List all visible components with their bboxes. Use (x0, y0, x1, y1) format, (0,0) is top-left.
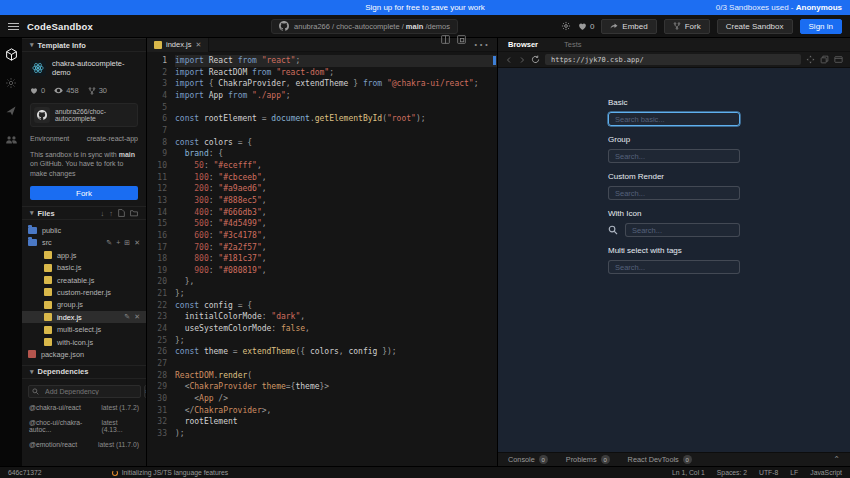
forward-icon[interactable] (518, 56, 526, 64)
code-line-27[interactable]: 27 (147, 358, 497, 370)
close-icon[interactable]: ✕ (134, 239, 140, 247)
create-sandbox-button[interactable]: Create Sandbox (717, 19, 793, 34)
search-input-custom-render[interactable] (608, 186, 740, 200)
status-javascript[interactable]: JavaScript (810, 469, 842, 476)
template-info-header[interactable]: ▾ Template Info (22, 38, 146, 52)
code-line-2[interactable]: 2import ReactDOM from "react-dom"; (147, 67, 497, 79)
code-line-10[interactable]: 10 50: "#ecefff", (147, 160, 497, 172)
file-row-creatable-js[interactable]: creatable.js (22, 274, 146, 286)
close-icon[interactable]: ✕ (195, 41, 201, 49)
code-line-8[interactable]: 8const colors = { (147, 137, 497, 149)
file-row-index-js[interactable]: index.js✎✕ (22, 311, 146, 323)
code-line-4[interactable]: 4import App from "./app"; (147, 90, 497, 102)
responsive-mode-icon[interactable] (806, 55, 815, 64)
code-line-11[interactable]: 11 100: "#cbceeb", (147, 172, 497, 184)
file-row-with-icon-js[interactable]: with-icon.js (22, 336, 146, 348)
like-button[interactable]: 0 (578, 22, 594, 31)
repo-breadcrumb[interactable]: anubra266 / choc-autocomplete / main /de… (271, 19, 458, 34)
menu-icon[interactable] (8, 23, 19, 30)
file-row-public[interactable]: public (22, 224, 146, 236)
code-line-19[interactable]: 19 900: "#080819", (147, 265, 497, 277)
back-icon[interactable] (505, 56, 513, 64)
code-line-12[interactable]: 12 200: "#a9aed6", (147, 183, 497, 195)
code-line-31[interactable]: 31 </ChakraProvider>, (147, 405, 497, 417)
live-users-icon[interactable] (5, 133, 18, 146)
code-line-17[interactable]: 17 700: "#2a2f57", (147, 242, 497, 254)
new-file-icon[interactable]: + (116, 239, 120, 247)
devtools-problems[interactable]: Problems0 (566, 455, 610, 464)
gear-icon[interactable] (5, 77, 17, 89)
signup-banner[interactable]: Sign up for free to save your work 0/3 S… (0, 0, 850, 15)
code-line-23[interactable]: 23 initialColorMode: "dark", (147, 311, 497, 323)
code-line-7[interactable]: 7 (147, 125, 497, 137)
code-line-6[interactable]: 6const rootElement = document.getElement… (147, 113, 497, 125)
url-input[interactable] (545, 54, 801, 65)
code-line-30[interactable]: 30 <App /> (147, 393, 497, 405)
status-ln-1-col-1[interactable]: Ln 1, Col 1 (672, 469, 705, 476)
tab-tests[interactable]: Tests (564, 40, 582, 49)
settings-icon[interactable] (561, 21, 571, 31)
chevron-up-icon[interactable]: ⌃ (833, 455, 840, 464)
embed-button[interactable]: Embed (601, 19, 656, 34)
code-line-16[interactable]: 16 600: "#3c4178", (147, 230, 497, 242)
likes-stat[interactable]: 0 (30, 86, 45, 95)
deploy-rocket-icon[interactable] (5, 105, 17, 117)
code-line-25[interactable]: 25}; (147, 335, 497, 347)
code-line-18[interactable]: 18 800: "#181c37", (147, 253, 497, 265)
code-line-20[interactable]: 20 }, (147, 276, 497, 288)
dependency-row[interactable]: @choc-ui/chakra-autoc...latest (4.13... (22, 415, 146, 437)
github-repo-link[interactable]: anubra266/choc-autocomplete (30, 103, 138, 127)
file-row-src[interactable]: src✎+⊞✕ (22, 237, 146, 249)
code-line-32[interactable]: 32 rootElement (147, 416, 497, 428)
files-header[interactable]: ▾ Files ↓ ↑ (22, 206, 146, 220)
edit-icon[interactable]: ✎ (124, 313, 130, 321)
open-external-icon[interactable] (834, 55, 843, 64)
status-utf-8[interactable]: UTF-8 (759, 469, 778, 476)
search-input-basic[interactable] (608, 112, 740, 126)
status-lf[interactable]: LF (790, 469, 798, 476)
edit-icon[interactable]: ✎ (106, 239, 112, 247)
code-line-26[interactable]: 26const theme = extendTheme({ colors, co… (147, 346, 497, 358)
new-file-icon[interactable] (118, 209, 125, 218)
dependency-menu-icon[interactable]: ≡ (144, 385, 146, 398)
editor-scrollbar-marker[interactable] (493, 56, 496, 65)
code-line-24[interactable]: 24 useSystemColorMode: false, (147, 323, 497, 335)
import-file-icon[interactable]: ↓ (101, 209, 105, 218)
export-file-icon[interactable]: ↑ (109, 209, 113, 218)
code-line-28[interactable]: 28ReactDOM.render( (147, 370, 497, 382)
fork-button[interactable]: Fork (664, 19, 710, 34)
search-input-multi-select-with-tags[interactable] (608, 260, 740, 274)
sidebar-fork-button[interactable]: Fork (30, 186, 138, 200)
devtools-react-devtools[interactable]: React DevTools0 (628, 455, 692, 464)
code-area[interactable]: 1import React from "react";2import React… (147, 52, 497, 466)
code-line-29[interactable]: 29 <ChakraProvider theme={theme}> (147, 381, 497, 393)
code-line-33[interactable]: 33); (147, 428, 497, 440)
code-line-1[interactable]: 1import React from "react"; (147, 55, 497, 67)
tab-browser[interactable]: Browser (508, 40, 538, 49)
code-line-13[interactable]: 13 300: "#888ec5", (147, 195, 497, 207)
dependency-row[interactable]: @emotion/reactlatest (11.7.0) (22, 437, 146, 452)
new-folder-icon[interactable] (130, 209, 138, 218)
file-row-group-js[interactable]: group.js (22, 299, 146, 311)
refresh-icon[interactable] (531, 55, 540, 64)
code-line-14[interactable]: 14 400: "#666db3", (147, 207, 497, 219)
file-row-custom-render-js[interactable]: custom-render.js (22, 286, 146, 298)
code-line-21[interactable]: 21}; (147, 288, 497, 300)
file-row-basic-js[interactable]: basic.js (22, 261, 146, 273)
new-folder-icon[interactable]: ⊞ (124, 239, 130, 247)
file-row-app-js[interactable]: app.js (22, 249, 146, 261)
status-spaces-2[interactable]: Spaces: 2 (717, 469, 747, 476)
add-dependency-input[interactable] (28, 385, 141, 398)
dependencies-header[interactable]: ▾ Dependencies (22, 365, 146, 379)
code-line-15[interactable]: 15 500: "#4d5499", (147, 218, 497, 230)
file-row-multi-select-js[interactable]: multi-select.js (22, 323, 146, 335)
code-line-3[interactable]: 3import { ChakraProvider, extendTheme } … (147, 78, 497, 90)
search-input-with-icon[interactable] (625, 223, 740, 237)
code-line-5[interactable]: 5 (147, 102, 497, 114)
file-row-package-json[interactable]: package.json (22, 348, 146, 360)
devtools-console[interactable]: Console0 (508, 455, 548, 464)
search-input-group[interactable] (608, 149, 740, 163)
new-window-icon[interactable] (820, 55, 829, 64)
dependency-row[interactable]: @chakra-ui/reactlatest (1.7.2) (22, 400, 146, 415)
close-icon[interactable]: ✕ (134, 313, 140, 321)
